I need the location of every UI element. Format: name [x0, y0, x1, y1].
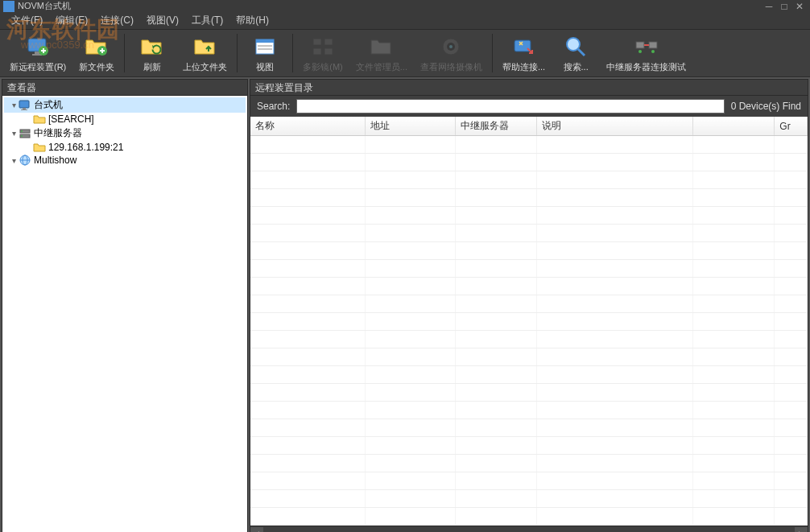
table-row[interactable] [250, 278, 808, 295]
monitor-add-icon [25, 34, 51, 60]
tree-view[interactable]: ▾台式机 [SEARCH]▾中继服务器 129.168.1.199:21▾Mul… [2, 96, 247, 532]
table-row[interactable] [250, 402, 808, 419]
toolbar-label: 搜索... [564, 61, 589, 73]
tree-item[interactable]: ▾中继服务器 [4, 126, 246, 141]
refresh-button[interactable]: 刷新 [128, 31, 176, 76]
table-row[interactable] [250, 154, 808, 171]
menu-connect[interactable]: 连接(C) [94, 12, 140, 29]
col-address[interactable]: 地址 [365, 117, 455, 136]
svg-rect-11 [313, 48, 321, 55]
tree-item[interactable]: ▾Multishow [4, 154, 246, 167]
col-name[interactable]: 名称 [250, 117, 365, 136]
tree-toggle[interactable]: ▾ [9, 101, 19, 109]
svg-rect-25 [23, 108, 26, 109]
help-connect-button[interactable]: 帮助连接... [496, 31, 552, 76]
list-view-icon [252, 34, 278, 60]
svg-rect-19 [636, 42, 644, 48]
search-button[interactable]: 搜索... [552, 31, 600, 76]
file-manager-icon [369, 34, 395, 60]
col-desc[interactable]: 说明 [537, 117, 692, 136]
svg-line-18 [578, 49, 585, 56]
view-ipcam-button[interactable]: 查看网络摄像机 [414, 31, 489, 76]
toolbar-label: 视图 [256, 61, 274, 73]
svg-point-30 [21, 135, 23, 137]
svg-point-17 [567, 38, 580, 51]
left-panel: 查看器 ▾台式机 [SEARCH]▾中继服务器 129.168.1.199:21… [2, 79, 248, 532]
folder-icon [33, 113, 46, 125]
server-icon [19, 128, 31, 139]
svg-point-29 [21, 130, 23, 132]
table-row[interactable] [250, 437, 808, 455]
toolbar-label: 新远程装置(R) [10, 61, 66, 73]
toolbar-label: 多影镜(M) [303, 61, 343, 73]
view-button[interactable]: 视图 [241, 31, 289, 76]
relay-test-icon [634, 34, 659, 60]
table-row[interactable] [250, 490, 808, 508]
separator [292, 34, 293, 72]
monitor-icon [19, 100, 31, 111]
horizontal-scrollbar[interactable]: ◄ ► [250, 526, 808, 532]
titlebar: NOVM台式机 ─ □ ✕ [0, 0, 810, 12]
table-row[interactable] [250, 313, 808, 331]
svg-rect-26 [21, 109, 27, 110]
toolbar-label: 文件管理员... [356, 61, 407, 73]
toolbar-label: 帮助连接... [502, 61, 545, 73]
svg-rect-1 [35, 52, 39, 54]
new-folder-button[interactable]: 新文件夹 [72, 31, 121, 76]
table-row[interactable] [250, 260, 808, 278]
close-button[interactable]: ✕ [792, 1, 807, 12]
window-title: NOVM台式机 [18, 0, 71, 12]
toolbar-label: 刷新 [143, 61, 161, 73]
folder-add-icon [84, 34, 110, 60]
col-relay[interactable]: 中继服务器 [455, 117, 537, 136]
table-row[interactable] [250, 419, 808, 437]
tree-toggle[interactable]: ▾ [9, 129, 19, 138]
scroll-left-button[interactable]: ◄ [250, 527, 263, 533]
multicast-button[interactable]: 多影镜(M) [296, 31, 349, 76]
table-row[interactable] [250, 331, 808, 348]
table-row[interactable] [250, 295, 808, 313]
table-row[interactable] [250, 207, 808, 225]
menu-view[interactable]: 视图(V) [140, 12, 185, 29]
table-row[interactable] [250, 171, 808, 189]
table-row[interactable] [250, 225, 808, 242]
relay-test-button[interactable]: 中继服务器连接测试 [600, 31, 692, 76]
menu-edit[interactable]: 编辑(E) [49, 12, 94, 29]
svg-rect-6 [256, 39, 274, 43]
svg-rect-9 [313, 39, 321, 45]
col-group[interactable]: Gr [775, 117, 808, 136]
minimize-button[interactable]: ─ [762, 1, 776, 12]
table-row[interactable] [250, 508, 808, 526]
tree-toggle[interactable]: ▾ [9, 156, 19, 165]
grid-area[interactable]: 名称 地址 中继服务器 说明 Gr [250, 117, 808, 526]
maximize-button[interactable]: □ [777, 1, 791, 12]
svg-point-23 [651, 50, 655, 53]
folder-icon [33, 142, 46, 153]
globe-icon [19, 155, 31, 166]
app-icon [3, 1, 14, 12]
table-row[interactable] [250, 136, 808, 154]
col-empty[interactable] [692, 117, 775, 136]
scroll-right-button[interactable]: ► [795, 527, 808, 533]
table-row[interactable] [250, 189, 808, 207]
table-row[interactable] [250, 472, 808, 490]
table-row[interactable] [250, 455, 808, 472]
tree-item[interactable]: ▾台式机 [4, 97, 246, 113]
table-row[interactable] [250, 366, 808, 384]
separator [492, 34, 493, 72]
menu-file[interactable]: 文件(F) [5, 12, 49, 29]
menu-help[interactable]: 帮助(H) [229, 12, 275, 29]
svg-rect-24 [19, 101, 29, 108]
file-manager-button[interactable]: 文件管理员... [349, 31, 414, 76]
table-row[interactable] [250, 242, 808, 260]
search-input[interactable] [296, 99, 724, 113]
tree-item[interactable]: 129.168.1.199:21 [4, 141, 246, 154]
parent-folder-button[interactable]: 上位文件夹 [176, 31, 233, 76]
table-row[interactable] [250, 348, 808, 366]
tree-item[interactable]: [SEARCH] [4, 113, 246, 126]
table-row[interactable] [250, 384, 808, 402]
menu-tools[interactable]: 工具(T) [185, 12, 229, 29]
camera-icon [438, 34, 464, 60]
new-remote-button[interactable]: 新远程装置(R) [3, 31, 72, 76]
device-table: 名称 地址 中继服务器 说明 Gr [250, 117, 808, 526]
